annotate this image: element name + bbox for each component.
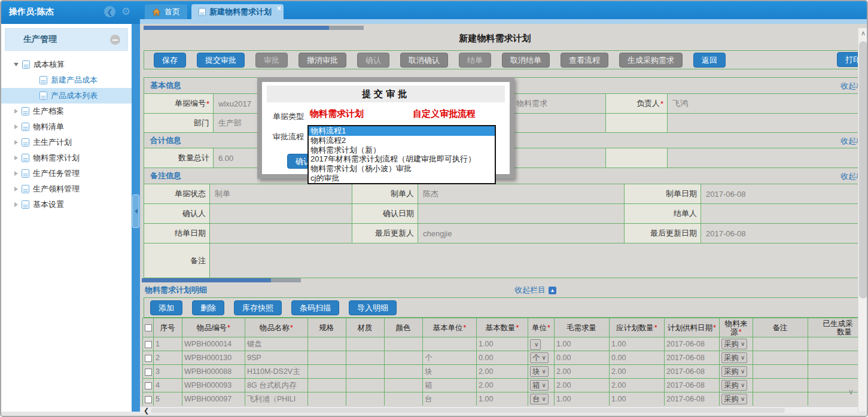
item-name-cell[interactable]: 9SP (245, 351, 308, 365)
collapse-sidebar-handle[interactable] (132, 194, 139, 228)
color-cell[interactable] (385, 365, 423, 379)
checkbox[interactable] (145, 396, 152, 403)
view-flow-button[interactable]: 查看流程 (561, 53, 608, 68)
listbox-option[interactable]: 物料流程1 (309, 126, 495, 136)
listbox-option[interactable]: 物料需求计划（杨小波）审批 (309, 164, 495, 174)
confirm-button[interactable]: 确认 (357, 53, 389, 68)
scrollbar-thumb[interactable] (144, 26, 329, 30)
tab-home[interactable]: 首页 (145, 4, 187, 19)
source-select[interactable]: 采购∨ (721, 394, 747, 404)
material-cell[interactable] (346, 337, 385, 351)
collapse-panel-icon[interactable] (110, 35, 120, 45)
plan-qty-cell[interactable]: 0.00 (610, 351, 665, 365)
material-cell[interactable] (346, 365, 385, 379)
sidebar-item-basic-settings[interactable]: 基本设置 (1, 197, 132, 212)
supply-date-cell[interactable]: 2017-06-08 (665, 379, 720, 392)
plan-qty-cell[interactable]: 1.00 (610, 337, 665, 351)
item-code-cell[interactable]: WPBH000097 (182, 392, 245, 406)
collapse-detail-link[interactable]: 收起栏目▲ (514, 285, 556, 296)
source-select[interactable]: 采购∨ (721, 380, 747, 391)
listbox-option[interactable]: 2017年材料需求计划流程（胡建审批即可执行） (309, 154, 495, 164)
color-cell[interactable] (385, 351, 423, 365)
sidebar-splitter[interactable] (132, 24, 140, 412)
sidebar-item-cost-accounting[interactable]: 成本核算 (1, 57, 132, 72)
item-code-cell[interactable]: WPBH000014 (182, 337, 245, 351)
material-cell[interactable] (346, 392, 385, 406)
unit-select[interactable]: 块∨ (530, 366, 549, 377)
custom-flow-link[interactable]: 自定义审批流程 (413, 108, 476, 120)
horizontal-scrollbar-bottom[interactable]: ❮ (140, 406, 858, 413)
chevron-right-icon[interactable] (14, 124, 18, 129)
gear-icon[interactable]: ⚙ (120, 6, 132, 17)
sidebar-item-task-mgmt[interactable]: 生产任务管理 (1, 166, 132, 181)
unit-select[interactable]: 箱∨ (530, 380, 549, 391)
sidebar-item-bom[interactable]: 物料清单 (1, 119, 132, 135)
save-button[interactable]: 保存 (154, 53, 186, 68)
remark-field[interactable] (209, 243, 858, 278)
scrollbar-segment[interactable] (271, 278, 301, 282)
spec-cell[interactable] (308, 365, 346, 379)
close-icon[interactable]: × (277, 4, 281, 13)
base-qty-cell[interactable]: 1.00 (477, 392, 528, 406)
horizontal-scrollbar-middle[interactable] (142, 278, 301, 282)
spec-cell[interactable] (308, 351, 346, 365)
select-all-header[interactable] (143, 318, 154, 337)
row-select-cell[interactable] (143, 351, 154, 365)
unit-select[interactable]: ∨ (530, 339, 541, 350)
submit-approval-button[interactable]: 提交审批 (197, 53, 245, 68)
checkbox[interactable] (145, 369, 152, 376)
delete-row-button[interactable]: 删除 (192, 300, 224, 315)
scrollbar-thumb[interactable] (859, 41, 867, 299)
checkbox[interactable] (145, 355, 152, 362)
plan-qty-cell[interactable]: 2.00 (610, 365, 665, 379)
remark-cell[interactable] (753, 379, 808, 392)
horizontal-scrollbar-top[interactable] (144, 26, 364, 30)
color-cell[interactable] (385, 392, 423, 406)
sidebar-item-new-product-cost[interactable]: 新建产品成本 (1, 72, 132, 88)
chevron-right-icon[interactable] (14, 156, 18, 160)
item-code-cell[interactable]: WPBH000130 (182, 351, 245, 365)
chevron-right-icon[interactable] (14, 202, 18, 207)
gross-qty-cell[interactable]: 1.00 (555, 337, 610, 351)
remark-cell[interactable] (753, 365, 808, 379)
cancel-confirm-button[interactable]: 取消确认 (400, 53, 448, 68)
base-qty-cell[interactable]: 0.00 (477, 351, 528, 365)
chevron-right-icon[interactable] (14, 187, 18, 191)
listbox-option[interactable]: 物料流程2 (309, 136, 495, 145)
sidebar-item-mrp[interactable]: 物料需求计划 (1, 150, 132, 166)
unit-select[interactable]: 台∨ (530, 394, 549, 404)
row-select-cell[interactable] (143, 365, 154, 379)
supply-date-cell[interactable]: 2017-06-08 (665, 392, 720, 406)
chevron-down-icon[interactable] (14, 63, 19, 66)
gross-qty-cell[interactable]: 1.00 (555, 392, 610, 406)
back-button[interactable]: 返回 (693, 53, 726, 68)
revoke-approval-button[interactable]: 撤消审批 (299, 53, 346, 68)
source-select[interactable]: 采购∨ (721, 352, 747, 363)
item-code-cell[interactable]: WPBH000088 (182, 365, 245, 379)
plan-qty-cell[interactable]: 1.00 (610, 392, 665, 406)
chevron-right-icon[interactable] (14, 140, 18, 145)
item-name-cell[interactable]: 8G 台式机内存 (245, 379, 308, 392)
listbox-option[interactable]: 物料需求计划（新） (309, 145, 495, 155)
scrollbar-thumb[interactable] (151, 408, 785, 413)
checkbox[interactable] (145, 341, 152, 348)
gross-qty-cell[interactable]: 2.00 (555, 365, 610, 379)
color-cell[interactable] (385, 379, 423, 392)
sidebar-item-master-plan[interactable]: 主生产计划 (1, 135, 132, 150)
tab-current[interactable]: 新建物料需求计划 × (191, 4, 284, 19)
color-cell[interactable] (385, 337, 423, 351)
back-icon[interactable]: ❮ (104, 6, 115, 17)
sidebar-item-production-archive[interactable]: 生产档案 (1, 104, 132, 119)
item-name-cell[interactable]: 键盘 (245, 337, 308, 351)
gross-qty-cell[interactable]: 0.00 (555, 351, 610, 365)
row-select-cell[interactable] (143, 392, 154, 406)
import-detail-button[interactable]: 导入明细 (349, 300, 397, 315)
sidebar-item-product-cost-list[interactable]: 产品成本列表 (1, 88, 132, 104)
spec-cell[interactable] (308, 379, 346, 392)
checkbox[interactable] (145, 382, 152, 389)
close-order-button[interactable]: 结单 (459, 53, 491, 68)
base-qty-cell[interactable]: 1.00 (477, 337, 528, 351)
approval-flow-listbox[interactable]: 物料流程1 物料流程2 物料需求计划（新） 2017年材料需求计划流程（胡建审批… (307, 125, 496, 184)
checkbox[interactable] (145, 324, 152, 331)
sidebar-item-material-issue[interactable]: 生产领料管理 (1, 181, 132, 197)
